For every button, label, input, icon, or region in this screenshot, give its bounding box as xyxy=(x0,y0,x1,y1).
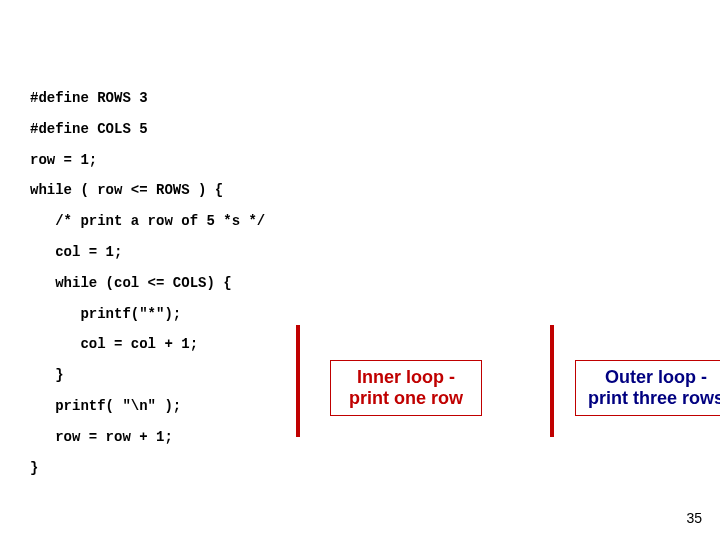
inner-loop-bracket xyxy=(296,325,300,437)
code-line: col = 1; xyxy=(30,244,265,261)
code-line: #define COLS 5 xyxy=(30,121,265,138)
code-line: /* print a row of 5 *s */ xyxy=(30,213,265,230)
inner-loop-annotation: Inner loop - print one row xyxy=(330,360,482,416)
code-line: col = col + 1; xyxy=(30,336,265,353)
code-line: printf("*"); xyxy=(30,306,265,323)
code-line: while (col <= COLS) { xyxy=(30,275,265,292)
outer-loop-annotation: Outer loop - print three rows xyxy=(575,360,720,416)
code-line: printf( "\n" ); xyxy=(30,398,265,415)
code-line: row = 1; xyxy=(30,152,265,169)
code-block: #define ROWS 3 #define COLS 5 row = 1; w… xyxy=(30,90,265,490)
page-number: 35 xyxy=(686,510,702,526)
code-line: } xyxy=(30,460,265,477)
code-line: } xyxy=(30,367,265,384)
code-line: #define ROWS 3 xyxy=(30,90,265,107)
outer-loop-bracket xyxy=(550,325,554,437)
code-line: while ( row <= ROWS ) { xyxy=(30,182,265,199)
code-line: row = row + 1; xyxy=(30,429,265,446)
